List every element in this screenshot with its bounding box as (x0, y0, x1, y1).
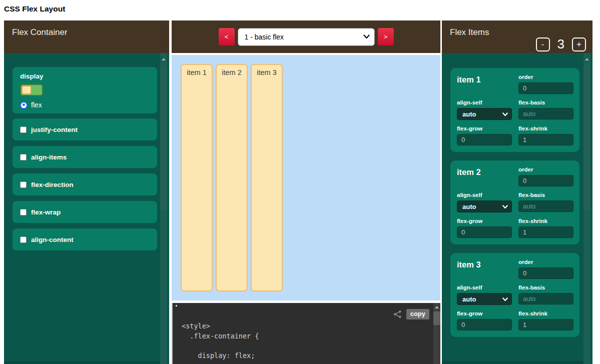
item-1-card: item 1 order align-self auto flex-basis (450, 68, 579, 152)
flex-shrink-label: flex-shrink (518, 218, 573, 224)
item-1-flex-basis-input[interactable] (518, 108, 573, 120)
horizontal-scroll-track[interactable] (442, 361, 583, 364)
display-label: display (20, 72, 150, 80)
item-1-order-input[interactable] (518, 82, 573, 94)
item-1-flex-grow-input[interactable] (457, 134, 512, 146)
align-items-label: align-items (31, 154, 67, 161)
flex-basis-label: flex-basis (518, 192, 573, 198)
horizontal-scroll-track[interactable] (4, 361, 160, 364)
share-icon[interactable] (393, 310, 402, 318)
flex-shrink-label: flex-shrink (518, 126, 573, 132)
preset-select[interactable]: 1 - basic flex (238, 28, 375, 46)
display-property-card: display flex (13, 67, 157, 114)
item-count-value: 3 (557, 36, 564, 52)
flex-grow-label: flex-grow (457, 126, 512, 132)
preview-flex-item-2: item 2 (216, 64, 248, 292)
scroll-up-arrow-icon[interactable] (162, 58, 166, 60)
align-content-checkbox[interactable] (20, 236, 27, 243)
order-label: order (518, 74, 573, 80)
item-3-order-input[interactable] (518, 268, 573, 279)
flex-container-panel-header: Flex Container (4, 20, 169, 53)
flex-items-panel-header: Flex Items - 3 + (442, 20, 592, 53)
item-3-flex-shrink-input[interactable] (518, 319, 573, 330)
copy-code-button[interactable]: copy (406, 309, 429, 320)
flex-wrap-label: flex-wrap (31, 208, 61, 216)
flex-direction-label: flex-direction (31, 181, 74, 188)
flex-container-panel: Flex Container display flex justify-cont… (4, 20, 169, 364)
flex-basis-label: flex-basis (518, 284, 573, 290)
justify-content-checkbox[interactable] (20, 126, 27, 133)
flex-items-panel: Flex Items - 3 + item 1 order align-self… (442, 20, 592, 364)
justify-content-label: justify-content (31, 126, 78, 134)
preset-nav-bar: < 1 - basic flex > (172, 20, 440, 53)
preview-flex-item-1: item 1 (181, 64, 213, 292)
flex-grow-label: flex-grow (457, 310, 512, 316)
previous-preset-button[interactable]: < (219, 28, 235, 46)
flex-basis-label: flex-basis (518, 100, 573, 106)
item-2-card: item 2 order align-self auto flex-basis (450, 160, 579, 244)
item-2-align-self-select[interactable]: auto (457, 200, 512, 212)
item-2-flex-shrink-input[interactable] (518, 226, 573, 238)
flex-items-panel-body: item 1 order align-self auto flex-basis (442, 53, 592, 364)
next-preset-button[interactable]: > (378, 28, 394, 46)
item-count-controls: - 3 + (536, 36, 586, 52)
code-panel: copy <style> .flex-container { display: … (172, 303, 440, 364)
page-title: CSS Flex Layout (4, 4, 65, 14)
scrollbar-thumb[interactable] (583, 65, 590, 210)
display-toggle[interactable] (20, 84, 43, 96)
item-3-card: item 3 order align-self auto flex-basis (450, 253, 579, 337)
align-items-checkbox[interactable] (20, 154, 27, 160)
preview-panel: < 1 - basic flex > item 1 item 2 item 3 … (172, 20, 440, 364)
align-self-label: align-self (457, 284, 512, 290)
item-1-heading: item 1 (457, 74, 512, 84)
item-1-flex-shrink-input[interactable] (518, 134, 573, 146)
property-card-flex-direction[interactable]: flex-direction (13, 174, 157, 196)
align-content-label: align-content (31, 236, 74, 244)
item-3-flex-grow-input[interactable] (457, 319, 512, 330)
scrollbar-thumb[interactable] (433, 312, 440, 325)
flex-grow-label: flex-grow (457, 218, 512, 224)
flex-items-panel-title: Flex Items (450, 28, 489, 37)
property-card-align-content[interactable]: align-content (13, 228, 157, 250)
flex-shrink-label: flex-shrink (518, 310, 573, 316)
item-2-order-input[interactable] (518, 175, 573, 186)
align-self-label: align-self (457, 192, 512, 198)
property-card-align-items[interactable]: align-items (13, 146, 157, 168)
preview-flex-item-3: item 3 (251, 64, 283, 292)
item-3-heading: item 3 (457, 259, 512, 270)
item-1-align-self-select[interactable]: auto (457, 108, 512, 120)
flex-wrap-checkbox[interactable] (20, 209, 27, 216)
item-2-flex-grow-input[interactable] (457, 226, 512, 238)
flex-items-scrollbar[interactable] (583, 53, 590, 364)
flex-container-preview: item 1 item 2 item 3 (172, 55, 440, 300)
flex-container-panel-body: display flex justify-content align-items… (4, 53, 169, 364)
flex-direction-checkbox[interactable] (20, 182, 27, 188)
scroll-up-arrow-icon[interactable] (585, 58, 589, 60)
item-3-flex-basis-input[interactable] (518, 293, 573, 304)
remove-item-button[interactable]: - (536, 38, 550, 52)
code-panel-scrollbar[interactable] (433, 303, 440, 364)
order-label: order (518, 166, 573, 172)
flex-container-panel-title: Flex Container (12, 28, 68, 37)
display-flex-radio-label: flex (31, 101, 42, 109)
align-self-label: align-self (457, 100, 512, 106)
add-item-button[interactable]: + (572, 38, 586, 52)
code-panel-dot (176, 305, 177, 306)
item-3-align-self-select[interactable]: auto (457, 293, 512, 305)
property-card-flex-wrap[interactable]: flex-wrap (13, 201, 157, 223)
scrollbar-thumb[interactable] (160, 65, 167, 210)
item-2-heading: item 2 (457, 166, 512, 177)
scroll-up-arrow-icon[interactable] (435, 306, 439, 308)
property-card-justify-content[interactable]: justify-content (13, 118, 157, 140)
order-label: order (518, 259, 573, 265)
item-2-flex-basis-input[interactable] (518, 200, 573, 212)
display-flex-radio[interactable] (20, 102, 28, 109)
display-toggle-knob[interactable] (22, 86, 32, 94)
flex-container-scrollbar[interactable] (160, 53, 167, 364)
